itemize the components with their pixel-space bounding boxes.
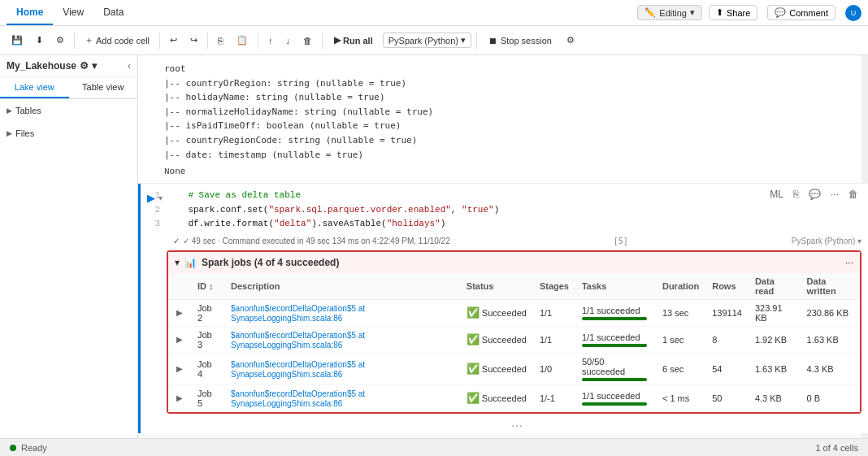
tab-data[interactable]: Data — [93, 0, 133, 25]
more-content-indicator[interactable]: ··· — [141, 417, 868, 433]
cell-toolbar: ML ⎘ 💬 ··· 🗑 — [766, 187, 861, 202]
output-line-4: |-- isPaidTimeOff: boolean (nullable = t… — [164, 119, 855, 133]
delete-button[interactable]: 🗑 — [298, 33, 317, 48]
paste-button[interactable]: 📋 — [232, 33, 253, 48]
job-link[interactable]: $anonfun$recordDeltaOperation$5 at Synap… — [231, 389, 365, 408]
toolbar-save-button[interactable]: 💾 — [7, 33, 28, 48]
comment-button[interactable]: 💬 Comment — [767, 5, 835, 20]
pyspark-label-cell2: PySpark (Python) ▾ — [792, 237, 861, 245]
success-icon: ✅ — [467, 333, 480, 345]
copy-button[interactable]: ⎘ — [213, 33, 228, 48]
tasks-progress-fill — [582, 402, 647, 406]
collapse-icon[interactable]: ‹ — [128, 60, 131, 72]
run-all-button[interactable]: ▶ Run all — [328, 33, 380, 48]
editing-badge[interactable]: ✏️ Editing ▾ — [637, 5, 702, 20]
sidebar: My_Lakehouse ⚙ ▾ ‹ Lake view Table view … — [0, 55, 138, 438]
col-rows: Rows — [705, 273, 749, 300]
save-icon: 💾 — [11, 35, 23, 46]
redo-button[interactable]: ↪ — [185, 33, 202, 48]
pyspark-selector[interactable]: PySpark (Python) ▾ — [383, 33, 471, 48]
expand-job-button[interactable]: ▶ — [175, 363, 184, 375]
lakehouse-settings-icon[interactable]: ⚙ — [80, 60, 89, 72]
undo-icon: ↩ — [170, 35, 177, 46]
output-line-1: |-- countryOrRegion: string (nullable = … — [164, 76, 855, 91]
run-icon: ▶ — [334, 35, 341, 46]
cells-info: 1 of 4 cells — [815, 443, 858, 453]
ml-icon-button[interactable]: ML — [766, 187, 787, 202]
editing-label: Editing — [659, 8, 687, 18]
plus-icon: ＋ — [85, 34, 93, 46]
status-bar: Ready 1 of 4 cells — [0, 438, 868, 456]
success-icon: ✅ — [467, 306, 480, 319]
toolbar-download-button[interactable]: ⬇ — [31, 33, 48, 48]
status-badge: ✅ Succeeded — [467, 306, 527, 319]
tab-view[interactable]: View — [53, 0, 93, 25]
spark-jobs-section: ▾ 📊 Spark jobs (4 of 4 succeeded) ··· ID… — [167, 250, 861, 414]
run-cell-button[interactable]: ▶ — [147, 192, 155, 204]
table-header-row: ID ↕ Description Status Stages Tasks Dur… — [168, 273, 860, 300]
comment-icon: 💬 — [775, 7, 786, 18]
tasks-progress-fill — [582, 378, 647, 381]
job-link[interactable]: $anonfun$recordDeltaOperation$5 at Synap… — [231, 331, 365, 350]
sidebar-header: My_Lakehouse ⚙ ▾ ‹ — [0, 55, 137, 77]
tab-table-view[interactable]: Table view — [69, 77, 138, 98]
status-badge: ✅ Succeeded — [467, 333, 527, 345]
toolbar-settings-button[interactable]: ⚙ — [51, 33, 69, 48]
nav-tabs: Home View Data — [7, 0, 134, 25]
check-icon: ✓ — [173, 237, 180, 245]
tasks-progress-fill — [582, 344, 647, 347]
expand-job-button[interactable]: ▶ — [175, 333, 184, 345]
col-id: ID ↕ — [191, 273, 224, 300]
exec-info: ✓ ✓ 49 sec · Command executed in 49 sec … — [173, 237, 450, 245]
redo-icon: ↪ — [190, 35, 197, 46]
table-row: ▶ Job 2 $anonfun$recordDeltaOperation$5 … — [168, 299, 860, 326]
code-editor[interactable]: 1 # Save as delta table 2 spark.conf.set… — [147, 189, 861, 232]
chevron-down-icon: ▾ — [857, 237, 861, 245]
collapse-jobs-icon: ▾ — [175, 257, 180, 268]
separator — [258, 33, 258, 49]
session-settings-button[interactable]: ⚙ — [562, 33, 579, 48]
status-left: Ready — [10, 443, 47, 453]
move-down-button[interactable]: ↓ — [281, 33, 296, 48]
add-code-cell-button[interactable]: ＋ Add code cell — [80, 32, 154, 49]
expand-cell-button[interactable]: ▾ — [158, 193, 163, 202]
download-icon: ⬇ — [36, 35, 43, 46]
add-cell-row: ＋ + Code ＋ + Markdown — [138, 433, 868, 438]
stop-session-button[interactable]: ⏹ Stop session — [482, 33, 558, 48]
tab-lake-view[interactable]: Lake view — [0, 77, 69, 98]
stop-icon: ⏹ — [488, 36, 497, 46]
col-expand — [168, 273, 191, 300]
status-badge: ✅ Succeeded — [467, 363, 527, 375]
job-link[interactable]: $anonfun$recordDeltaOperation$5 at Synap… — [231, 304, 365, 323]
tab-home[interactable]: Home — [7, 0, 53, 25]
undo-button[interactable]: ↩ — [165, 33, 182, 48]
copy-cell-button[interactable]: ⎘ — [790, 187, 802, 202]
chevron-right-icon: ▶ — [7, 106, 12, 115]
job-link[interactable]: $anonfun$recordDeltaOperation$5 at Synap… — [231, 360, 365, 379]
move-up-button[interactable]: ↑ — [263, 33, 278, 48]
main-layout: My_Lakehouse ⚙ ▾ ‹ Lake view Table view … — [0, 55, 868, 438]
sidebar-section-tables: ▶ Tables — [0, 99, 137, 122]
spark-jobs-table: ID ↕ Description Status Stages Tasks Dur… — [168, 273, 860, 412]
spark-jobs-header[interactable]: ▾ 📊 Spark jobs (4 of 4 succeeded) ··· — [168, 252, 860, 273]
separator — [476, 33, 477, 49]
success-icon: ✅ — [467, 392, 480, 404]
delete-cell-button[interactable]: 🗑 — [845, 187, 861, 202]
table-row: ▶ Job 4 $anonfun$recordDeltaOperation$5 … — [168, 353, 860, 384]
more-options-button[interactable]: ··· — [827, 187, 842, 202]
col-description: Description — [224, 273, 460, 300]
more-jobs-icon[interactable]: ··· — [845, 257, 853, 268]
tasks-progress-fill — [582, 317, 647, 320]
chevron-down-icon[interactable]: ▾ — [92, 60, 97, 72]
sidebar-item-tables[interactable]: ▶ Tables — [0, 102, 137, 119]
expand-job-button[interactable]: ▶ — [175, 392, 184, 404]
top-bar-right: ⬆ Share 💬 Comment U — [709, 5, 861, 21]
expand-job-button[interactable]: ▶ — [175, 306, 184, 319]
sidebar-item-files[interactable]: ▶ Files — [0, 125, 137, 141]
col-status: Status — [460, 273, 533, 300]
chevron-down-icon: ▾ — [461, 35, 466, 46]
comment-cell-button[interactable]: 💬 — [805, 187, 824, 202]
sidebar-tabs: Lake view Table view — [0, 77, 137, 99]
share-button[interactable]: ⬆ Share — [709, 5, 757, 20]
delete-icon: 🗑 — [303, 36, 312, 46]
